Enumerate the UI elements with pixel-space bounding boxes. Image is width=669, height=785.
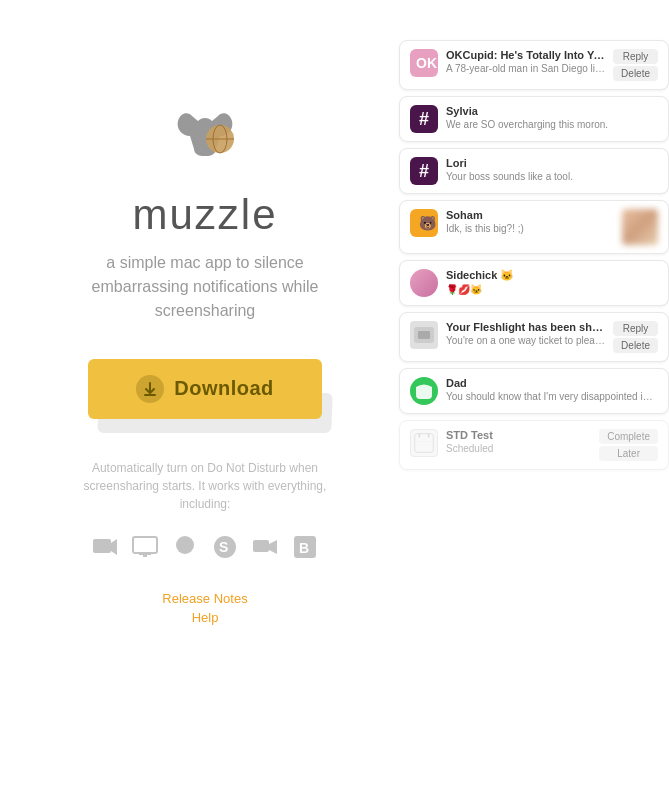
fleshlight-text: You're on a one way ticket to pleasu... [446, 335, 605, 346]
svg-text:🐻: 🐻 [419, 215, 437, 232]
std-test-actions: Complete Later [599, 429, 658, 461]
notification-okcupid: OK OKCupid: He's Totally Into You! A 78-… [399, 40, 669, 90]
svg-text:S: S [219, 539, 228, 555]
svg-rect-4 [93, 539, 111, 553]
svg-rect-8 [143, 555, 147, 557]
svg-marker-13 [269, 540, 277, 554]
soham-thumbnail [622, 209, 658, 245]
okcupid-delete-button[interactable]: Delete [613, 66, 658, 81]
slack-lori-icon: # [410, 157, 438, 185]
bbm-icon: B [291, 533, 319, 561]
notification-sylvia: # Sylvia We are SO overcharging this mor… [399, 96, 669, 142]
notification-lori: # Lori Your boss sounds like a tool. [399, 148, 669, 194]
dad-body: Dad You should know that I'm very disapp… [446, 377, 658, 402]
download-button[interactable]: Download [88, 359, 322, 419]
app-title: muzzle [132, 191, 277, 239]
download-icon [136, 375, 164, 403]
sidechick-text: 🌹💋🐱 [446, 284, 658, 295]
fleshlight-body: Your Fleshlight has been ship... You're … [446, 321, 605, 346]
zoom-icon [91, 533, 119, 561]
okcupid-icon: OK [410, 49, 438, 77]
notification-soham: 🐻 Soham Idk, is this big?! ;) [399, 200, 669, 254]
svg-text:OK: OK [416, 55, 437, 71]
okcupid-reply-button[interactable]: Reply [613, 49, 658, 64]
dad-messages-icon [410, 377, 438, 405]
notification-dad: Dad You should know that I'm very disapp… [399, 368, 669, 414]
download-label: Download [174, 377, 274, 400]
fleshlight-delete-button[interactable]: Delete [613, 338, 658, 353]
okcupid-body: OKCupid: He's Totally Into You! A 78-yea… [446, 49, 605, 74]
notifications-panel: OK OKCupid: He's Totally Into You! A 78-… [399, 40, 669, 474]
svg-text:B: B [299, 540, 309, 556]
svg-rect-21 [418, 331, 430, 339]
fleshlight-title: Your Fleshlight has been ship... [446, 321, 605, 333]
okcupid-text: A 78-year-old man in San Diego like... [446, 63, 605, 74]
sylvia-text: We are SO overcharging this moron. [446, 119, 658, 130]
auto-dnd-text: Automatically turn on Do Not Disturb whe… [75, 459, 335, 513]
slack-hash-icon: # [419, 109, 429, 130]
sidechick-body: Sidechick 🐱 🌹💋🐱 [446, 269, 658, 295]
lori-text: Your boss sounds like a tool. [446, 171, 658, 182]
sylvia-title: Sylvia [446, 105, 658, 117]
slack-hash-icon-2: # [419, 161, 429, 182]
okcupid-title: OKCupid: He's Totally Into You! [446, 49, 605, 61]
sylvia-body: Sylvia We are SO overcharging this moron… [446, 105, 658, 130]
help-link[interactable]: Help [192, 610, 219, 625]
std-test-title: STD Test [446, 429, 591, 441]
grindr-soham-icon: 🐻 [410, 209, 438, 237]
notification-sidechick: Sidechick 🐱 🌹💋🐱 [399, 260, 669, 306]
app-logo [170, 101, 240, 171]
release-notes-link[interactable]: Release Notes [162, 591, 247, 606]
screenshare-icon [131, 533, 159, 561]
soham-body: Soham Idk, is this big?! ;) [446, 209, 614, 234]
svg-marker-5 [111, 539, 117, 555]
sidechick-title: Sidechick 🐱 [446, 269, 658, 282]
std-test-body: STD Test Scheduled [446, 429, 591, 454]
std-test-complete-button[interactable]: Complete [599, 429, 658, 444]
std-test-later-button[interactable]: Later [599, 446, 658, 461]
lori-body: Lori Your boss sounds like a tool. [446, 157, 658, 182]
soham-title: Soham [446, 209, 614, 221]
std-test-text: Scheduled [446, 443, 591, 454]
svg-rect-12 [253, 540, 269, 552]
slack-sylvia-icon: # [410, 105, 438, 133]
skype-icon: S [211, 533, 239, 561]
download-arrow-icon [142, 381, 158, 397]
facetime-icon [251, 533, 279, 561]
soham-text: Idk, is this big?! ;) [446, 223, 614, 234]
fleshlight-actions: Reply Delete [613, 321, 658, 353]
notification-std-test: STD Test Scheduled Complete Later [399, 420, 669, 470]
hangouts-icon [171, 533, 199, 561]
footer-links: Release Notes Help [162, 591, 247, 625]
fleshlight-reply-button[interactable]: Reply [613, 321, 658, 336]
sidechick-avatar [410, 269, 438, 297]
dad-title: Dad [446, 377, 658, 389]
main-content: muzzle a simple mac app to silence embar… [0, 0, 410, 785]
notification-fleshlight: Your Fleshlight has been ship... You're … [399, 312, 669, 362]
download-wrapper: Download [88, 359, 322, 419]
svg-rect-6 [133, 537, 157, 553]
logo-container [170, 101, 240, 175]
svg-rect-7 [139, 553, 151, 555]
compatible-apps: S B [91, 533, 319, 561]
app-tagline: a simple mac app to silence embarrassing… [65, 251, 345, 323]
reminder-icon [410, 429, 438, 457]
dad-text: You should know that I'm very disappoint… [446, 391, 658, 402]
svg-rect-23 [415, 434, 434, 453]
okcupid-actions: Reply Delete [613, 49, 658, 81]
lori-title: Lori [446, 157, 658, 169]
fleshlight-icon [410, 321, 438, 349]
